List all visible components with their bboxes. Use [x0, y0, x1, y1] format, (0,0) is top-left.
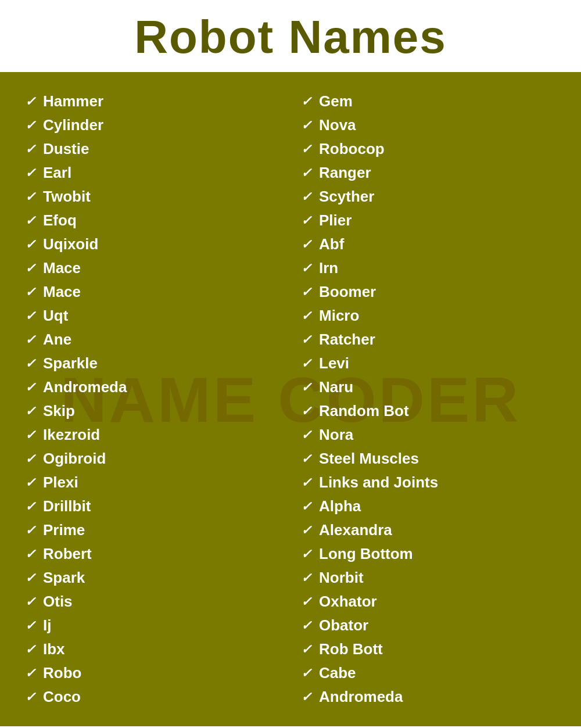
checkmark-icon: ✓ [23, 499, 37, 514]
list-item: ✓Naru [299, 375, 558, 399]
robot-name-label: Robo [43, 664, 81, 682]
list-item: ✓Twobit [23, 185, 282, 209]
checkmark-icon: ✓ [299, 142, 313, 157]
list-item: ✓Robocop [299, 137, 558, 161]
list-item: ✓Andromeda [23, 375, 282, 399]
robot-name-label: Dustie [43, 140, 89, 158]
robot-name-label: Andromeda [43, 378, 127, 396]
checkmark-icon: ✓ [299, 189, 313, 205]
checkmark-icon: ✓ [23, 428, 37, 443]
robot-name-label: Cylinder [43, 116, 103, 134]
robot-name-label: Steel Muscles [319, 450, 419, 468]
robot-name-label: Twobit [43, 188, 91, 206]
checkmark-icon: ✓ [23, 118, 37, 133]
checkmark-icon: ✓ [23, 166, 37, 181]
checkmark-icon: ✓ [23, 618, 37, 633]
checkmark-icon: ✓ [299, 618, 313, 633]
checkmark-icon: ✓ [23, 475, 37, 490]
list-item: ✓Ranger [299, 161, 558, 185]
list-item: ✓Uqixoid [23, 232, 282, 256]
name-columns: ✓Hammer✓Cylinder✓Dustie✓Earl✓Twobit✓Efoq… [23, 89, 558, 709]
checkmark-icon: ✓ [23, 285, 37, 300]
robot-name-label: Gem [319, 92, 353, 110]
checkmark-icon: ✓ [299, 571, 313, 586]
robot-name-label: Otis [43, 593, 73, 611]
list-item: ✓Ibx [23, 637, 282, 661]
list-item: ✓Ij [23, 614, 282, 637]
checkmark-icon: ✓ [23, 142, 37, 157]
robot-name-label: Links and Joints [319, 474, 438, 492]
robot-name-label: Hammer [43, 92, 103, 110]
robot-name-label: Mace [43, 259, 81, 277]
checkmark-icon: ✓ [23, 213, 37, 228]
checkmark-icon: ✓ [23, 547, 37, 562]
list-item: ✓Steel Muscles [299, 447, 558, 471]
robot-name-label: Coco [43, 688, 81, 706]
list-item: ✓Drillbit [23, 494, 282, 518]
robot-name-label: Rob Bott [319, 640, 383, 658]
robot-name-label: Robocop [319, 140, 385, 158]
checkmark-icon: ✓ [23, 332, 37, 347]
robot-name-label: Irn [319, 259, 338, 277]
checkmark-icon: ✓ [299, 547, 313, 562]
list-item: ✓Nora [299, 423, 558, 447]
robot-name-label: Plexi [43, 474, 78, 492]
robot-name-label: Long Bottom [319, 545, 413, 563]
robot-name-label: Plier [319, 211, 352, 229]
content-area: NAME CODER ✓Hammer✓Cylinder✓Dustie✓Earl✓… [0, 72, 581, 726]
robot-name-label: Nova [319, 116, 356, 134]
list-item: ✓Long Bottom [299, 542, 558, 566]
checkmark-icon: ✓ [299, 94, 313, 109]
checkmark-icon: ✓ [23, 94, 37, 109]
checkmark-icon: ✓ [299, 261, 313, 276]
checkmark-icon: ✓ [299, 594, 313, 609]
list-item: ✓Abf [299, 232, 558, 256]
list-item: ✓Ogibroid [23, 447, 282, 471]
checkmark-icon: ✓ [23, 380, 37, 395]
list-item: ✓Ane [23, 328, 282, 352]
list-item: ✓Dustie [23, 137, 282, 161]
checkmark-icon: ✓ [299, 499, 313, 514]
robot-name-label: Boomer [319, 283, 376, 301]
list-item: ✓Obator [299, 614, 558, 637]
checkmark-icon: ✓ [23, 237, 37, 252]
list-item: ✓Mace [23, 280, 282, 304]
checkmark-icon: ✓ [299, 428, 313, 443]
robot-name-label: Efoq [43, 211, 77, 229]
checkmark-icon: ✓ [23, 690, 37, 705]
list-item: ✓Robert [23, 542, 282, 566]
robot-name-label: Drillbit [43, 497, 91, 515]
robot-name-label: Naru [319, 378, 353, 396]
robot-name-label: Ane [43, 331, 71, 349]
list-item: ✓Nova [299, 113, 558, 137]
checkmark-icon: ✓ [23, 189, 37, 205]
right-column: ✓Gem✓Nova✓Robocop✓Ranger✓Scyther✓Plier✓A… [299, 89, 558, 709]
checkmark-icon: ✓ [23, 594, 37, 609]
list-item: ✓Prime [23, 518, 282, 542]
list-item: ✓Efoq [23, 209, 282, 232]
list-item: ✓Ratcher [299, 328, 558, 352]
checkmark-icon: ✓ [299, 475, 313, 490]
page-header: Robot Names [0, 0, 581, 72]
robot-name-label: Levi [319, 354, 349, 372]
robot-name-label: Ratcher [319, 331, 375, 349]
checkmark-icon: ✓ [299, 213, 313, 228]
list-item: ✓Earl [23, 161, 282, 185]
list-item: ✓Alpha [299, 494, 558, 518]
robot-name-label: Earl [43, 164, 71, 182]
list-item: ✓Cylinder [23, 113, 282, 137]
robot-name-label: Alpha [319, 497, 361, 515]
list-item: ✓Levi [299, 352, 558, 375]
list-item: ✓Uqt [23, 304, 282, 328]
robot-name-label: Robert [43, 545, 92, 563]
robot-name-label: Uqixoid [43, 235, 98, 253]
robot-name-label: Micro [319, 307, 359, 325]
list-item: ✓Spark [23, 566, 282, 590]
list-item: ✓Plier [299, 209, 558, 232]
list-item: ✓Skip [23, 399, 282, 423]
robot-name-label: Ibx [43, 640, 65, 658]
robot-name-label: Obator [319, 616, 368, 634]
list-item: ✓Rob Bott [299, 637, 558, 661]
checkmark-icon: ✓ [23, 451, 37, 467]
checkmark-icon: ✓ [299, 118, 313, 133]
